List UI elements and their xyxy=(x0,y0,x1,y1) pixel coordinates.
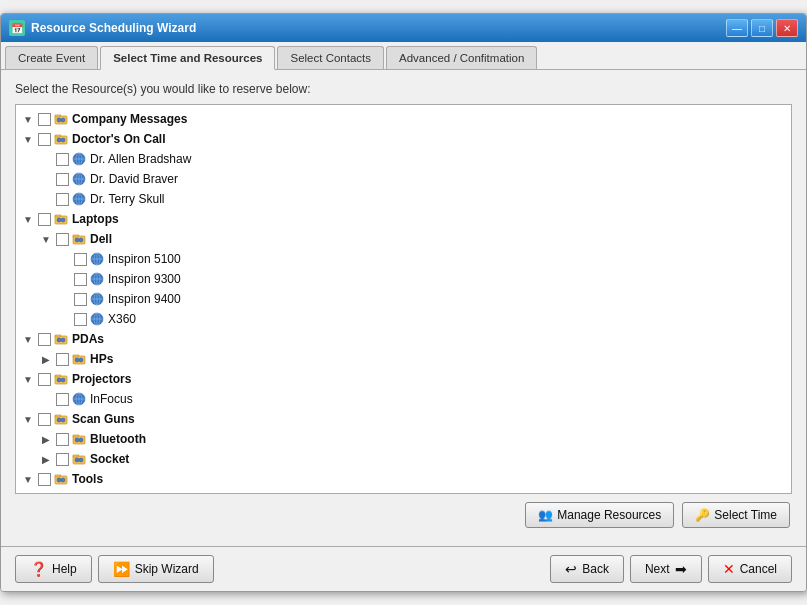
tree-expander[interactable]: ▶ xyxy=(38,491,54,494)
globe-icon xyxy=(89,271,105,287)
folder-group-icon xyxy=(71,431,87,447)
resource-tree-container[interactable]: ▼Company Messages▼Doctor's On CallDr. Al… xyxy=(15,104,792,494)
expander-placeholder xyxy=(56,271,72,287)
cancel-icon: ✕ xyxy=(723,561,735,577)
tree-item[interactable]: Dr. David Braver xyxy=(20,169,787,189)
tree-item[interactable]: Inspiron 9400 xyxy=(20,289,787,309)
tree-expander xyxy=(38,191,54,207)
globe-icon xyxy=(89,291,105,307)
tree-checkbox[interactable] xyxy=(56,433,69,446)
svg-point-45 xyxy=(79,358,83,362)
tree-checkbox[interactable] xyxy=(38,113,51,126)
tree-expander[interactable]: ▼ xyxy=(20,211,36,227)
tree-item[interactable]: Dr. Allen Bradshaw xyxy=(20,149,787,169)
tree-item[interactable]: ▼Company Messages xyxy=(20,109,787,129)
tree-checkbox[interactable] xyxy=(56,453,69,466)
instruction-text: Select the Resource(s) you would like to… xyxy=(15,82,792,96)
tab-create-event[interactable]: Create Event xyxy=(5,46,98,69)
tree-item[interactable]: ▶HPs xyxy=(20,349,787,369)
svg-point-57 xyxy=(75,438,79,442)
expander-placeholder xyxy=(56,291,72,307)
tree-item-label: Tools xyxy=(72,472,103,486)
manage-resources-button[interactable]: 👥 Manage Resources xyxy=(525,502,674,528)
title-bar-controls: — □ ✕ xyxy=(726,19,798,37)
tree-item[interactable]: X360 xyxy=(20,309,787,329)
tree-item[interactable]: ▼Dell xyxy=(20,229,787,249)
back-icon: ↩ xyxy=(565,561,577,577)
tree-checkbox[interactable] xyxy=(56,393,69,406)
svg-point-22 xyxy=(75,238,79,242)
tree-item[interactable]: InFocus xyxy=(20,389,787,409)
tree-checkbox[interactable] xyxy=(56,493,69,495)
tree-item[interactable]: ▼Laptops xyxy=(20,209,787,229)
tab-advanced-confirmation[interactable]: Advanced / Confitmation xyxy=(386,46,537,69)
tree-checkbox[interactable] xyxy=(56,193,69,206)
tree-item[interactable]: ▼Projectors xyxy=(20,369,787,389)
svg-point-5 xyxy=(61,138,65,142)
next-button[interactable]: Next ➡ xyxy=(630,555,702,583)
tree-item-label: Dr. Terry Skull xyxy=(90,192,164,206)
tree-checkbox[interactable] xyxy=(38,213,51,226)
tree-item[interactable]: Inspiron 5100 xyxy=(20,249,787,269)
tree-item[interactable]: ▼Doctor's On Call xyxy=(20,129,787,149)
tree-item[interactable]: ▶Drills xyxy=(20,489,787,494)
tree-checkbox[interactable] xyxy=(38,333,51,346)
skip-wizard-button[interactable]: ⏩ Skip Wizard xyxy=(98,555,214,583)
tree-expander[interactable]: ▼ xyxy=(38,231,54,247)
tree-expander[interactable]: ▼ xyxy=(20,111,36,127)
tab-select-time-resources[interactable]: Select Time and Resources xyxy=(100,46,275,70)
tree-checkbox[interactable] xyxy=(38,133,51,146)
svg-point-4 xyxy=(57,138,61,142)
tabs-bar: Create Event Select Time and Resources S… xyxy=(1,42,806,70)
tree-checkbox[interactable] xyxy=(56,153,69,166)
tree-expander[interactable]: ▼ xyxy=(20,411,36,427)
tree-checkbox[interactable] xyxy=(74,293,87,306)
tree-checkbox[interactable] xyxy=(56,173,69,186)
tree-item-label: Doctor's On Call xyxy=(72,132,166,146)
folder-group-icon xyxy=(71,451,87,467)
svg-point-61 xyxy=(79,458,83,462)
help-icon: ❓ xyxy=(30,561,47,577)
tree-item[interactable]: ▶Socket xyxy=(20,449,787,469)
tree-item[interactable]: ▼PDAs xyxy=(20,329,787,349)
tree-checkbox[interactable] xyxy=(38,413,51,426)
globe-icon xyxy=(71,191,87,207)
maximize-button[interactable]: □ xyxy=(751,19,773,37)
tree-item[interactable]: Inspiron 9300 xyxy=(20,269,787,289)
svg-point-19 xyxy=(57,218,61,222)
tree-checkbox[interactable] xyxy=(56,353,69,366)
footer: ❓ Help ⏩ Skip Wizard ↩ Back Next ➡ ✕ Can… xyxy=(1,546,806,591)
help-button[interactable]: ❓ Help xyxy=(15,555,92,583)
svg-point-47 xyxy=(57,378,61,382)
back-button[interactable]: ↩ Back xyxy=(550,555,624,583)
tree-item[interactable]: ▼Scan Guns xyxy=(20,409,787,429)
tree-checkbox[interactable] xyxy=(74,273,87,286)
globe-icon xyxy=(89,311,105,327)
close-button[interactable]: ✕ xyxy=(776,19,798,37)
minimize-button[interactable]: — xyxy=(726,19,748,37)
title-bar: 📅 Resource Scheduling Wizard — □ ✕ xyxy=(1,14,806,42)
tree-expander[interactable]: ▶ xyxy=(38,351,54,367)
tree-expander[interactable]: ▶ xyxy=(38,451,54,467)
tree-checkbox[interactable] xyxy=(38,373,51,386)
tree-checkbox[interactable] xyxy=(74,253,87,266)
tab-select-contacts[interactable]: Select Contacts xyxy=(277,46,384,69)
tree-item[interactable]: ▶Bluetooth xyxy=(20,429,787,449)
tree-item[interactable]: ▼Tools xyxy=(20,469,787,489)
tree-expander[interactable]: ▼ xyxy=(20,471,36,487)
folder-group-icon xyxy=(53,371,69,387)
tree-item[interactable]: Dr. Terry Skull xyxy=(20,189,787,209)
tree-expander[interactable]: ▼ xyxy=(20,131,36,147)
tree-expander[interactable]: ▼ xyxy=(20,371,36,387)
tree-item-label: Dr. Allen Bradshaw xyxy=(90,152,191,166)
tree-expander[interactable]: ▼ xyxy=(20,331,36,347)
select-time-icon: 🔑 xyxy=(695,508,710,522)
tree-checkbox[interactable] xyxy=(38,473,51,486)
tree-expander[interactable]: ▶ xyxy=(38,431,54,447)
cancel-button[interactable]: ✕ Cancel xyxy=(708,555,792,583)
tree-checkbox[interactable] xyxy=(56,233,69,246)
select-time-button[interactable]: 🔑 Select Time xyxy=(682,502,790,528)
tree-item-label: InFocus xyxy=(90,392,133,406)
tree-checkbox[interactable] xyxy=(74,313,87,326)
folder-group-icon xyxy=(53,211,69,227)
